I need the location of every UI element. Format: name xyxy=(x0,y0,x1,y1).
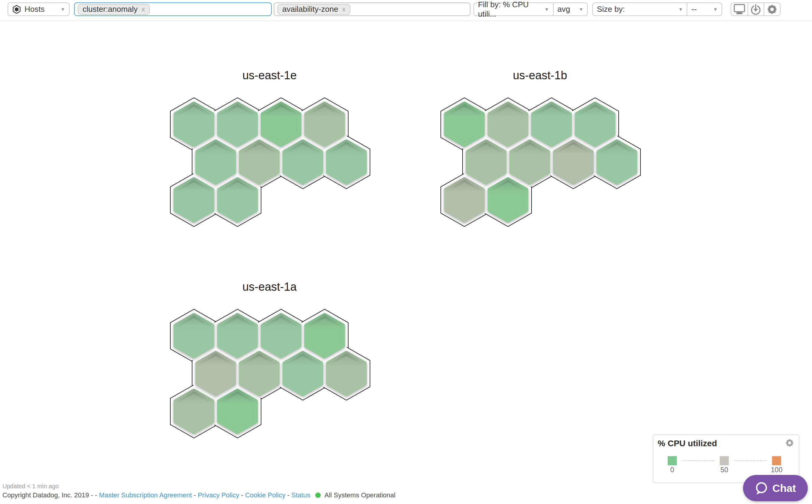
hostmap-group xyxy=(167,309,378,442)
legend-swatch-low xyxy=(668,456,677,465)
fill-by-label: Fill by: % CPU utili... xyxy=(478,0,545,19)
zone-title: us-east-1a xyxy=(164,280,375,293)
host-hexagon[interactable] xyxy=(263,316,299,356)
legend-swatch-high xyxy=(772,456,781,465)
host-hexagon[interactable] xyxy=(329,353,365,394)
fill-by-dropdown[interactable]: Fill by: % CPU utili... ▼ xyxy=(474,3,553,15)
status-text: All Systems Operational xyxy=(324,491,395,499)
host-hexagon[interactable] xyxy=(176,391,212,432)
copyright-text: Copyright Datadog, Inc. 2019 - - xyxy=(2,491,99,499)
host-hexagon[interactable] xyxy=(263,104,299,145)
download-button[interactable] xyxy=(748,3,764,15)
link-privacy-policy[interactable]: Privacy Policy xyxy=(198,491,239,499)
chat-bubble-icon xyxy=(755,481,768,496)
legend-dotted-connector xyxy=(734,460,767,461)
chevron-down-icon: ▼ xyxy=(61,7,65,11)
download-circle-icon xyxy=(750,4,761,15)
host-hexagon[interactable] xyxy=(220,391,256,432)
host-hexagon[interactable] xyxy=(490,180,526,220)
view-options-group xyxy=(731,2,781,16)
zone-title: us-east-1e xyxy=(164,69,375,82)
settings-button[interactable] xyxy=(764,3,780,15)
host-hexagon[interactable] xyxy=(198,353,234,394)
fill-by-control: Fill by: % CPU utili... ▼ avg ▼ xyxy=(473,2,588,16)
monitor-icon xyxy=(733,3,745,15)
host-hexagon[interactable] xyxy=(307,316,343,356)
aggregation-label: avg xyxy=(558,5,570,14)
gear-icon xyxy=(767,4,777,15)
host-hexagon[interactable] xyxy=(599,142,635,182)
host-hexagon[interactable] xyxy=(176,316,212,356)
chat-button-label: Chat xyxy=(772,482,796,494)
hosts-dropdown[interactable]: Hosts ▼ xyxy=(8,2,70,16)
size-by-label: Size by: xyxy=(597,5,625,14)
size-by-dropdown[interactable]: Size by: ▼ xyxy=(593,3,687,15)
host-hexagon[interactable] xyxy=(577,104,613,145)
legend-tick-label: 100 xyxy=(768,466,786,474)
size-by-control: Size by: ▼ -- ▼ xyxy=(592,2,722,16)
group-by-input[interactable]: availability-zone x xyxy=(274,2,470,16)
status-dot xyxy=(315,493,321,498)
updated-timestamp: Updated < 1 min ago xyxy=(2,483,59,490)
host-hexagon-icon xyxy=(12,4,21,15)
group-tag[interactable]: availability-zone x xyxy=(277,4,350,15)
host-hexagon[interactable] xyxy=(198,142,234,182)
host-hexagon[interactable] xyxy=(512,142,548,182)
legend-settings-button[interactable] xyxy=(785,439,794,448)
host-hexagon[interactable] xyxy=(176,104,212,145)
footer: Copyright Datadog, Inc. 2019 - - Master … xyxy=(2,491,395,499)
chevron-down-icon: ▼ xyxy=(679,7,683,11)
remove-tag-icon[interactable]: x xyxy=(142,6,145,13)
filter-input[interactable]: cluster:anomaly x xyxy=(74,2,272,16)
chevron-down-icon: ▼ xyxy=(579,7,583,11)
link-status[interactable]: Status xyxy=(291,491,310,499)
host-hexagon[interactable] xyxy=(555,142,591,182)
legend-tick-label: 50 xyxy=(715,466,733,474)
host-hexagon[interactable] xyxy=(447,104,483,145)
host-hexagon[interactable] xyxy=(176,180,212,220)
host-hexagon[interactable] xyxy=(307,104,343,145)
hostmap-group xyxy=(167,97,378,230)
host-hexagon[interactable] xyxy=(220,316,256,356)
footer-separator: - xyxy=(287,491,291,499)
size-by-value-dropdown[interactable]: -- ▼ xyxy=(687,3,722,15)
legend-dotted-connector xyxy=(682,460,714,461)
host-hexagon[interactable] xyxy=(534,104,570,145)
host-hexagon[interactable] xyxy=(241,142,277,182)
chevron-down-icon: ▼ xyxy=(713,7,718,11)
gear-icon xyxy=(785,439,794,447)
remove-tag-icon[interactable]: x xyxy=(342,6,345,13)
chevron-down-icon: ▼ xyxy=(545,7,549,11)
zone-title: us-east-1b xyxy=(434,69,646,82)
legend-tick-label: 0 xyxy=(663,466,681,474)
footer-separator: - xyxy=(194,491,198,499)
legend-title: % CPU utilized xyxy=(658,439,717,448)
aggregation-dropdown[interactable]: avg ▼ xyxy=(553,3,587,15)
host-hexagon[interactable] xyxy=(468,142,504,182)
host-hexagon[interactable] xyxy=(490,104,526,145)
toolbar: Hosts ▼ cluster:anomaly x availability-z… xyxy=(0,0,812,21)
fullscreen-button[interactable] xyxy=(731,3,748,15)
group-tag-label: availability-zone xyxy=(282,5,338,14)
host-hexagon[interactable] xyxy=(285,142,321,182)
hosts-dropdown-label: Hosts xyxy=(25,5,44,14)
host-hexagon[interactable] xyxy=(241,353,277,394)
footer-separator: - xyxy=(241,491,245,499)
chat-button[interactable]: Chat xyxy=(743,475,808,501)
legend-swatch-mid xyxy=(720,456,729,465)
host-hexagon[interactable] xyxy=(447,180,483,220)
host-hexagon[interactable] xyxy=(220,180,256,220)
host-hexagon[interactable] xyxy=(285,353,321,394)
filter-tag[interactable]: cluster:anomaly x xyxy=(78,4,150,15)
link-master-subscription-agreement[interactable]: Master Subscription Agreement xyxy=(99,491,192,499)
host-hexagon[interactable] xyxy=(220,104,256,145)
host-hexagon[interactable] xyxy=(329,142,365,182)
link-cookie-policy[interactable]: Cookie Policy xyxy=(245,491,285,499)
hostmap-group xyxy=(437,97,649,230)
size-by-value: -- xyxy=(691,5,696,14)
filter-tag-label: cluster:anomaly xyxy=(83,5,138,14)
